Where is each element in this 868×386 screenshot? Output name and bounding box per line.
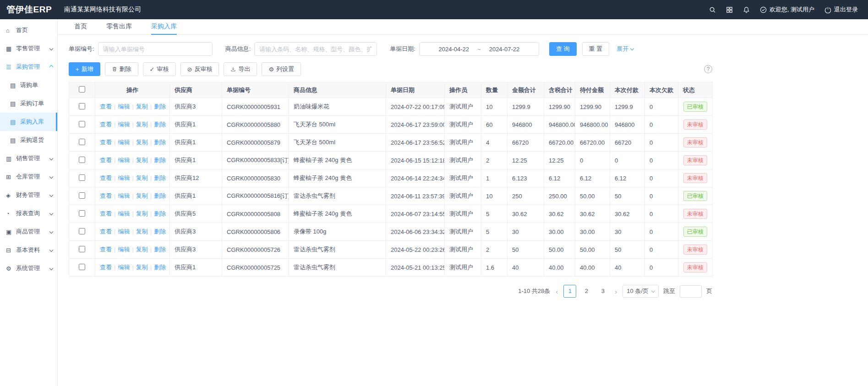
date-to[interactable]: 2024-07-22 [489, 46, 520, 53]
search-icon[interactable] [709, 6, 716, 13]
audit-button-label: 审核 [157, 65, 169, 73]
row-action-edit[interactable]: 编辑 [118, 246, 130, 253]
row-action-delete[interactable]: 删除 [154, 246, 166, 253]
row-action-copy[interactable]: 复制 [136, 228, 148, 235]
select-all-checkbox[interactable] [79, 86, 85, 92]
row-checkbox[interactable] [79, 103, 85, 109]
welcome-user[interactable]: 欢迎您, 测试用户 [760, 5, 814, 14]
help-icon[interactable]: ? [704, 65, 712, 73]
prev-page-button[interactable]: ‹ [555, 288, 559, 295]
search-button[interactable]: 查 询 [549, 42, 577, 56]
row-action-copy[interactable]: 复制 [136, 246, 148, 253]
row-action-view[interactable]: 查看 [100, 103, 112, 110]
sidebar-item-finance[interactable]: ◈财务管理 [0, 186, 57, 204]
row-action-view[interactable]: 查看 [100, 157, 112, 163]
row-action-edit[interactable]: 编辑 [118, 264, 130, 271]
logout-button[interactable]: 退出登录 [824, 5, 858, 14]
add-button[interactable]: +新增 [69, 62, 100, 76]
next-page-button[interactable]: › [614, 288, 618, 295]
sidebar-subitem-purchase-inbound[interactable]: ▤采购入库 [0, 113, 57, 131]
row-action-view[interactable]: 查看 [100, 264, 112, 271]
row-action-edit[interactable]: 编辑 [118, 103, 130, 110]
row-action-edit[interactable]: 编辑 [118, 157, 130, 163]
goods-info-input[interactable] [254, 42, 377, 56]
row-action-view[interactable]: 查看 [100, 210, 112, 217]
row-action-view[interactable]: 查看 [100, 121, 112, 128]
columns-button[interactable]: ⚙列设置 [262, 62, 301, 76]
row-action-copy[interactable]: 复制 [136, 192, 148, 199]
page-size-select[interactable]: 10 条/页 [622, 285, 659, 298]
sidebar-subitem-purchase-request[interactable]: ▤请购单 [0, 76, 57, 94]
row-checkbox[interactable] [79, 139, 85, 145]
row-action-delete[interactable]: 删除 [154, 103, 166, 110]
cell-payable: 0 [575, 152, 610, 169]
row-action-copy[interactable]: 复制 [136, 210, 148, 217]
row-action-edit[interactable]: 编辑 [118, 192, 130, 199]
sidebar-item-home[interactable]: ⌂首页 [0, 21, 57, 39]
row-action-delete[interactable]: 删除 [154, 121, 166, 128]
row-checkbox[interactable] [79, 157, 85, 163]
page-button-2[interactable]: 2 [580, 285, 593, 298]
row-action-edit[interactable]: 编辑 [118, 121, 130, 128]
row-action-copy[interactable]: 复制 [136, 174, 148, 181]
row-checkbox[interactable] [79, 192, 85, 199]
export-button[interactable]: 导出 [224, 62, 257, 76]
order-no-input[interactable] [98, 42, 213, 56]
row-action-delete[interactable]: 删除 [154, 192, 166, 199]
row-action-delete[interactable]: 删除 [154, 264, 166, 271]
row-action-delete[interactable]: 删除 [154, 174, 166, 181]
check-icon: ✓ [150, 66, 155, 72]
bell-icon[interactable] [743, 6, 750, 13]
row-checkbox[interactable] [79, 174, 85, 181]
sidebar-item-basics[interactable]: ⊟基本资料 [0, 241, 57, 259]
reset-button[interactable]: 重 置 [582, 42, 610, 56]
row-action-delete[interactable]: 删除 [154, 139, 166, 146]
row-checkbox[interactable] [79, 228, 85, 234]
sidebar-item-system[interactable]: ⚙系统管理 [0, 259, 57, 277]
row-action-view[interactable]: 查看 [100, 246, 112, 253]
row-action-view[interactable]: 查看 [100, 139, 112, 146]
row-action-edit[interactable]: 编辑 [118, 210, 130, 217]
audit-button[interactable]: ✓审核 [143, 62, 176, 76]
row-checkbox[interactable] [79, 246, 85, 252]
row-action-view[interactable]: 查看 [100, 174, 112, 181]
page-button-1[interactable]: 1 [563, 285, 576, 298]
page-button-3[interactable]: 3 [596, 285, 609, 298]
sidebar-subitem-purchase-return[interactable]: ▤采购退货 [0, 131, 57, 149]
row-action-view[interactable]: 查看 [100, 228, 112, 235]
row-action-copy[interactable]: 复制 [136, 139, 148, 146]
row-action-delete[interactable]: 删除 [154, 157, 166, 163]
sidebar-item-goods[interactable]: ▣商品管理 [0, 223, 57, 241]
sidebar-item-purchase[interactable]: ☰采购管理 [0, 58, 57, 76]
date-range-picker[interactable]: 2024-04-22 ~ 2024-07-22 [419, 42, 539, 56]
expand-link[interactable]: 展开 [617, 45, 633, 53]
action-separator: | [150, 121, 152, 128]
tab-purchase-inbound[interactable]: 采购入库 [151, 19, 177, 35]
sidebar-item-retail[interactable]: ▦零售管理 [0, 39, 57, 58]
cell-tax_total: 30.00 [544, 223, 575, 241]
sidebar-item-warehouse[interactable]: ⊞仓库管理 [0, 168, 57, 186]
row-checkbox[interactable] [79, 121, 85, 127]
sidebar-subitem-purchase-order[interactable]: ▤采购订单 [0, 94, 57, 113]
row-action-copy[interactable]: 复制 [136, 103, 148, 110]
row-action-delete[interactable]: 删除 [154, 210, 166, 217]
sidebar-item-report[interactable]: ◔报表查询 [0, 204, 57, 223]
row-checkbox[interactable] [79, 264, 85, 270]
row-action-copy[interactable]: 复制 [136, 121, 148, 128]
delete-button[interactable]: 删除 [105, 62, 138, 76]
row-checkbox[interactable] [79, 210, 85, 217]
sidebar-item-sales[interactable]: ▥销售管理 [0, 149, 57, 168]
tab-retail-outbound[interactable]: 零售出库 [106, 19, 132, 35]
jump-input[interactable] [680, 285, 702, 298]
date-from[interactable]: 2024-04-22 [439, 46, 469, 53]
grid-icon[interactable] [726, 6, 733, 13]
row-action-copy[interactable]: 复制 [136, 264, 148, 271]
row-action-edit[interactable]: 编辑 [118, 139, 130, 146]
row-action-copy[interactable]: 复制 [136, 157, 148, 163]
row-action-edit[interactable]: 编辑 [118, 228, 130, 235]
unaudit-button[interactable]: ⊘反审核 [180, 62, 219, 76]
row-action-view[interactable]: 查看 [100, 192, 112, 199]
row-action-edit[interactable]: 编辑 [118, 174, 130, 181]
tab-home[interactable]: 首页 [74, 19, 87, 35]
row-action-delete[interactable]: 删除 [154, 228, 166, 235]
